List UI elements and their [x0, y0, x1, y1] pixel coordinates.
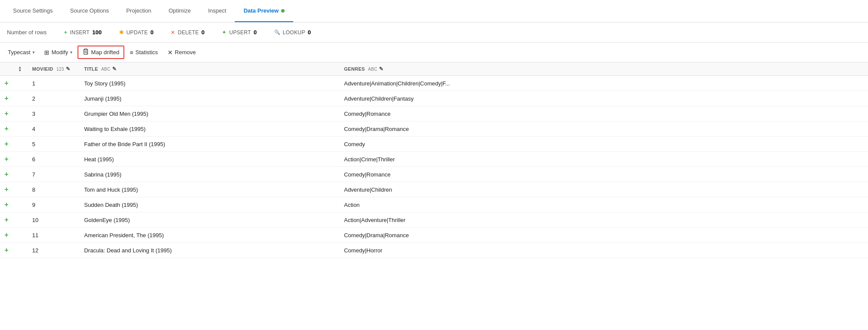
stat-value-lookup: 0 — [308, 29, 311, 36]
stat-name-update: UPDATE — [126, 29, 148, 36]
stat-name-upsert: UPSERT — [229, 29, 251, 36]
row-add-icon[interactable]: + — [0, 76, 13, 91]
cell-movieid: 12 — [27, 243, 79, 258]
map-drifted-button[interactable]: Map drifted — [78, 46, 124, 59]
cell-genres: Comedy — [339, 137, 868, 152]
table-header: ▲ ▼ MOVIEID 123 ✎ TITLE abc ✎ GENRES abc… — [0, 62, 868, 76]
cell-genres: Action|Crime|Thriller — [339, 152, 868, 167]
cell-title: Grumpier Old Men (1995) — [79, 106, 339, 121]
modify-button-label: Modify — [52, 49, 68, 56]
col-header-genres: GENRES abc ✎ — [339, 62, 868, 76]
cell-genres: Comedy|Romance — [339, 106, 868, 121]
row-add-icon[interactable]: + — [0, 137, 13, 152]
modify-button-chevron: ▾ — [70, 50, 72, 55]
row-add-icon[interactable]: + — [0, 121, 13, 137]
row-sort-handle — [13, 152, 27, 167]
map-drifted-icon — [83, 49, 89, 56]
nav-tab-inspect[interactable]: Inspect — [200, 0, 235, 22]
cell-movieid: 4 — [27, 121, 79, 137]
cell-genres: Adventure|Animation|Children|Comedy|F... — [339, 76, 868, 91]
modify-button[interactable]: ⊞Modify▾ — [40, 47, 77, 58]
remove-button[interactable]: ✕Remove — [163, 47, 200, 58]
typecast-button-chevron: ▾ — [32, 50, 35, 55]
cell-movieid: 8 — [27, 182, 79, 197]
cell-title: Sudden Death (1995) — [79, 197, 339, 212]
upsert-icon: ✦ — [222, 29, 227, 36]
cell-genres: Action|Adventure|Thriller — [339, 212, 868, 228]
cell-title: Waiting to Exhale (1995) — [79, 121, 339, 137]
col-title-label: TITLE — [84, 66, 98, 72]
stat-value-delete: 0 — [201, 29, 204, 36]
cell-title: GoldenEye (1995) — [79, 212, 339, 228]
genres-type-badge: abc — [368, 67, 377, 72]
stat-name-lookup: LOOKUP — [283, 29, 305, 36]
plus-icon: + — [64, 29, 68, 36]
table-row: +11American President, The (1995)Comedy|… — [0, 228, 868, 243]
delete-icon: ✕ — [171, 29, 175, 36]
cell-movieid: 6 — [27, 152, 79, 167]
col-header-movieid: MOVIEID 123 ✎ — [27, 62, 79, 76]
row-add-icon[interactable]: + — [0, 182, 13, 197]
col-header-sort: ▲ ▼ — [13, 62, 27, 76]
row-add-icon[interactable]: + — [0, 197, 13, 212]
cell-title: Dracula: Dead and Loving It (1995) — [79, 243, 339, 258]
remove-icon: ✕ — [168, 49, 173, 56]
nav-tab-source-options[interactable]: Source Options — [62, 0, 118, 22]
svg-rect-1 — [85, 49, 87, 50]
genres-edit-icon[interactable]: ✎ — [379, 66, 383, 72]
table-row: +6Heat (1995)Action|Crime|Thriller — [0, 152, 868, 167]
table-row: +7Sabrina (1995)Comedy|Romance — [0, 167, 868, 182]
nav-tab-data-preview[interactable]: Data Preview — [235, 0, 293, 22]
active-dot — [281, 9, 285, 13]
movieid-type-badge: 123 — [56, 67, 64, 72]
row-add-icon[interactable]: + — [0, 243, 13, 258]
row-sort-handle — [13, 212, 27, 228]
table-row: +12Dracula: Dead and Loving It (1995)Com… — [0, 243, 868, 258]
cell-title: Father of the Bride Part II (1995) — [79, 137, 339, 152]
cell-genres: Comedy|Horror — [339, 243, 868, 258]
row-sort-handle — [13, 228, 27, 243]
title-type-badge: abc — [101, 67, 110, 72]
row-sort-handle — [13, 243, 27, 258]
row-add-icon[interactable]: + — [0, 167, 13, 182]
nav-tab-optimize[interactable]: Optimize — [160, 0, 199, 22]
cell-title: Sabrina (1995) — [79, 167, 339, 182]
table-row: +4Waiting to Exhale (1995)Comedy|Drama|R… — [0, 121, 868, 137]
stat-delete: ✕DELETE0 — [171, 29, 204, 36]
data-table: ▲ ▼ MOVIEID 123 ✎ TITLE abc ✎ GENRES abc… — [0, 62, 868, 258]
row-sort-handle — [13, 182, 27, 197]
movieid-edit-icon[interactable]: ✎ — [66, 66, 70, 72]
nav-tab-source-settings[interactable]: Source Settings — [4, 0, 62, 22]
stat-name-insert: INSERT — [70, 29, 90, 36]
data-table-container[interactable]: ▲ ▼ MOVIEID 123 ✎ TITLE abc ✎ GENRES abc… — [0, 62, 868, 330]
map-drifted-button-label: Map drifted — [91, 49, 119, 56]
cell-genres: Comedy|Drama|Romance — [339, 121, 868, 137]
row-add-icon[interactable]: + — [0, 106, 13, 121]
row-add-icon[interactable]: + — [0, 212, 13, 228]
table-body: +1Toy Story (1995)Adventure|Animation|Ch… — [0, 76, 868, 258]
stat-upsert: ✦UPSERT0 — [222, 29, 257, 36]
row-sort-handle — [13, 106, 27, 121]
statistics-button[interactable]: ≡Statistics — [125, 47, 162, 58]
title-edit-icon[interactable]: ✎ — [112, 66, 117, 72]
row-add-icon[interactable]: + — [0, 152, 13, 167]
sort-icon[interactable]: ▲ ▼ — [18, 66, 22, 72]
cell-genres: Adventure|Children|Fantasy — [339, 91, 868, 106]
cell-genres: Comedy|Romance — [339, 167, 868, 182]
row-sort-handle — [13, 91, 27, 106]
cell-genres: Adventure|Children — [339, 182, 868, 197]
statistics-button-label: Statistics — [136, 49, 158, 56]
row-sort-handle — [13, 197, 27, 212]
modify-icon: ⊞ — [44, 49, 49, 56]
stat-lookup: 🔍LOOKUP0 — [274, 29, 311, 36]
cell-title: Jumanji (1995) — [79, 91, 339, 106]
table-row: +5Father of the Bride Part II (1995)Come… — [0, 137, 868, 152]
cell-title: Tom and Huck (1995) — [79, 182, 339, 197]
row-sort-handle — [13, 121, 27, 137]
row-add-icon[interactable]: + — [0, 228, 13, 243]
row-sort-handle — [13, 137, 27, 152]
nav-tab-projection[interactable]: Projection — [117, 0, 160, 22]
stat-value-insert: 100 — [92, 29, 102, 36]
row-add-icon[interactable]: + — [0, 91, 13, 106]
typecast-button[interactable]: Typecast▾ — [3, 47, 39, 58]
